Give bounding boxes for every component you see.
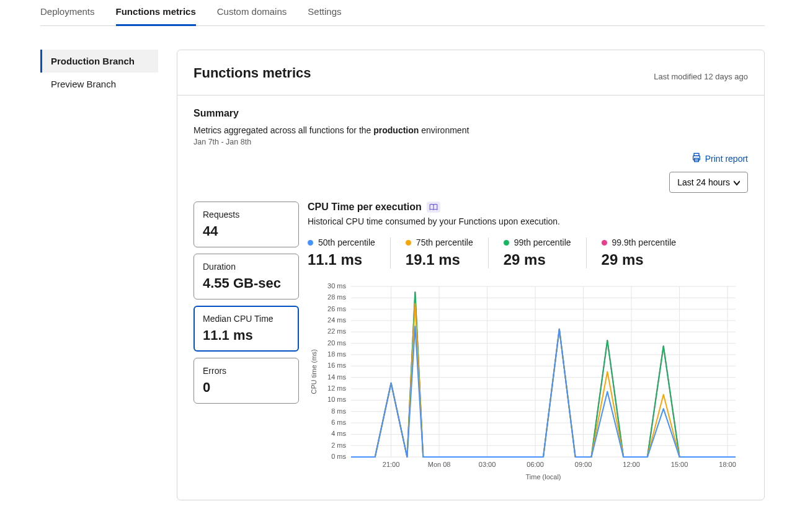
- svg-text:12:00: 12:00: [623, 461, 640, 468]
- chart-desc: Historical CPU time consumed by your Fun…: [308, 216, 748, 226]
- legend-dot: [406, 240, 411, 246]
- svg-text:Time (local): Time (local): [525, 473, 561, 481]
- sidebar-item-preview-branch[interactable]: Preview Branch: [40, 73, 158, 95]
- summary-title: Summary: [193, 108, 748, 119]
- metric-card-label: Duration: [203, 262, 290, 272]
- sidebar-item-production-branch[interactable]: Production Branch: [40, 50, 158, 73]
- percentile-stats: 50th percentile11.1 ms75th percentile19.…: [308, 237, 748, 268]
- svg-text:8 ms: 8 ms: [331, 407, 346, 415]
- metric-card-median-cpu-time[interactable]: Median CPU Time11.1 ms: [193, 306, 299, 352]
- svg-text:26 ms: 26 ms: [327, 305, 346, 313]
- metrics-panel: Functions metrics Last modified 12 days …: [177, 50, 765, 500]
- metric-card-value: 44: [203, 223, 290, 239]
- metric-card-label: Requests: [203, 210, 290, 219]
- metric-card-errors[interactable]: Errors0: [193, 358, 299, 404]
- metric-card-value: 11.1 ms: [203, 327, 290, 344]
- svg-text:18:00: 18:00: [719, 461, 736, 468]
- tab-custom-domains[interactable]: Custom domains: [217, 0, 287, 26]
- percentile-stat: 75th percentile19.1 ms: [390, 237, 488, 268]
- svg-text:18 ms: 18 ms: [327, 350, 346, 358]
- svg-text:09:00: 09:00: [575, 461, 592, 468]
- svg-text:10 ms: 10 ms: [327, 396, 346, 403]
- metric-card-value: 0: [203, 379, 290, 396]
- percentile-label: 99th percentile: [504, 237, 571, 247]
- legend-dot: [308, 240, 313, 246]
- svg-text:30 ms: 30 ms: [327, 282, 346, 290]
- svg-text:03:00: 03:00: [479, 461, 496, 468]
- docs-icon[interactable]: [427, 202, 440, 213]
- metric-card-label: Errors: [203, 366, 290, 376]
- percentile-value: 11.1 ms: [308, 251, 375, 268]
- summary-desc: Metrics aggregated across all functions …: [193, 125, 748, 135]
- tab-deployments[interactable]: Deployments: [40, 0, 95, 26]
- metric-cards: Requests44Duration4.55 GB-secMedian CPU …: [193, 202, 299, 484]
- tab-settings[interactable]: Settings: [308, 0, 341, 26]
- svg-text:22 ms: 22 ms: [327, 327, 346, 335]
- legend-dot: [504, 240, 509, 246]
- percentile-value: 29 ms: [602, 251, 677, 268]
- svg-text:15:00: 15:00: [671, 461, 688, 468]
- side-nav: Production BranchPreview Branch: [40, 50, 158, 500]
- time-range-select[interactable]: Last 24 hours: [669, 172, 748, 193]
- svg-text:24 ms: 24 ms: [327, 316, 346, 324]
- svg-text:20 ms: 20 ms: [327, 339, 346, 347]
- svg-text:12 ms: 12 ms: [327, 384, 346, 392]
- svg-text:Mon 08: Mon 08: [428, 461, 451, 468]
- percentile-stat: 99.9th percentile29 ms: [586, 237, 692, 268]
- percentile-stat: 99th percentile29 ms: [488, 237, 586, 268]
- svg-text:2 ms: 2 ms: [331, 441, 346, 449]
- percentile-label: 50th percentile: [308, 237, 375, 247]
- cpu-time-chart: 0 ms2 ms4 ms6 ms8 ms10 ms12 ms14 ms16 ms…: [308, 283, 748, 484]
- percentile-value: 19.1 ms: [406, 251, 473, 268]
- tab-functions-metrics[interactable]: Functions metrics: [116, 0, 196, 26]
- metric-card-value: 4.55 GB-sec: [203, 275, 290, 291]
- percentile-value: 29 ms: [504, 251, 571, 268]
- svg-text:4 ms: 4 ms: [331, 430, 346, 437]
- chevron-down-icon: [734, 177, 740, 187]
- chart-title: CPU Time per execution: [308, 202, 422, 213]
- svg-text:0 ms: 0 ms: [331, 453, 346, 460]
- svg-text:28 ms: 28 ms: [327, 293, 346, 301]
- legend-dot: [602, 240, 607, 246]
- svg-text:21:00: 21:00: [383, 461, 400, 468]
- print-icon: [692, 153, 701, 164]
- metric-card-requests[interactable]: Requests44: [193, 202, 299, 247]
- svg-text:06:00: 06:00: [527, 461, 544, 468]
- page-title: Functions metrics: [193, 65, 311, 81]
- percentile-stat: 50th percentile11.1 ms: [308, 237, 390, 268]
- metric-card-duration[interactable]: Duration4.55 GB-sec: [193, 254, 299, 299]
- svg-text:CPU time (ms): CPU time (ms): [310, 349, 318, 394]
- percentile-label: 99.9th percentile: [602, 237, 677, 247]
- svg-text:6 ms: 6 ms: [331, 419, 346, 426]
- last-modified: Last modified 12 days ago: [654, 72, 748, 81]
- percentile-label: 75th percentile: [406, 237, 473, 247]
- summary-date-range: Jan 7th - Jan 8th: [193, 138, 748, 146]
- tab-bar: DeploymentsFunctions metricsCustom domai…: [40, 0, 765, 26]
- metric-card-label: Median CPU Time: [203, 314, 290, 324]
- print-report-link[interactable]: Print report: [692, 153, 748, 164]
- svg-text:14 ms: 14 ms: [327, 373, 346, 381]
- svg-text:16 ms: 16 ms: [327, 361, 346, 369]
